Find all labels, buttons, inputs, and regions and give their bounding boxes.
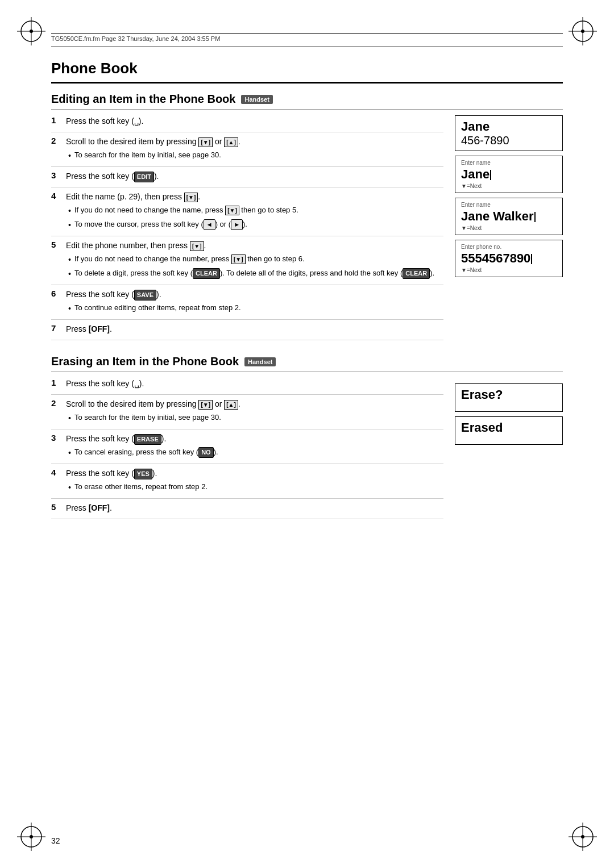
edit-step-7: 7 Press [OFF]. [51,323,443,335]
clear-key-2: CLEAR [403,268,430,279]
edit-step-4-bullet2: • To move the cursor, press the soft key… [68,219,298,231]
edit-step-4: 4 Edit the name (p. 29), then press [▼].… [51,191,443,231]
save-key: SAVE [134,290,156,301]
edit-step-3-content: Press the soft key (EDIT). [66,170,159,182]
section1-badge: Handset [241,95,272,104]
arrow-down-2: [▼] [184,193,198,202]
corner-mark-tl [17,17,45,45]
edit-step-4-bullet1: • If you do not need to change the name,… [68,205,298,217]
title-rule [51,82,563,84]
display-erased: Erased [455,416,563,445]
corner-mark-bl [17,823,45,851]
svg-point-7 [581,30,584,33]
yes-key: YES [134,469,152,479]
erase-step-1-num: 1 [51,378,61,387]
erase-step-1: 1 Press the soft key (␣). [51,378,443,390]
svg-point-11 [30,835,33,838]
erase-step-3-bullet1: • To cancel erasing, press the soft key … [68,446,218,459]
svg-point-15 [581,835,584,838]
display-erase-prompt: Erase? [455,383,563,412]
left-arrow-key: ◄ [204,219,215,230]
edit-step-5-bullet1: • If you do not need to change the numbe… [68,253,434,266]
corner-mark-br [569,823,597,851]
erase-step-5: 5 Press [OFF]. [51,502,443,514]
erase-step-4-num: 4 [51,468,61,477]
display-phone-label: Enter phone no. [461,244,557,250]
section2-rule [51,372,563,372]
section2-badge: Handset [244,357,276,366]
cursor-3 [531,254,532,264]
no-key: NO [198,447,214,458]
edit-step-6: 6 Press the soft key (SAVE). • To contin… [51,289,443,315]
cursor-1 [490,170,491,180]
section2-title: Erasing an Item in the Phone Book [51,355,239,368]
erase-step-4-content: Press the soft key (YES). • To erase oth… [66,468,208,494]
cursor-2 [534,212,536,222]
arrow-down-3: [▼] [225,206,239,215]
erase-step-4-bullet1: • To erase other items, repeat from step… [68,481,208,494]
section1-title: Editing an Item in the Phone Book [51,93,235,106]
edit-step-6-content: Press the soft key (SAVE). • To continue… [66,289,241,315]
edit-step-5-num: 5 [51,240,61,249]
display-enter-name-1-label: Enter name [461,160,557,166]
arrow-down-1: [▼] [198,137,213,147]
editing-displays: Jane 456-7890 Enter name Jane ▼=Next Ent… [455,115,563,344]
corner-mark-tr [569,17,597,45]
edit-step-2-num: 2 [51,136,61,145]
edit-step-2: 2 Scroll to the desired item by pressing… [51,136,443,162]
svg-point-3 [30,30,33,33]
display-phone-nav: ▼=Next [461,267,557,273]
display-phone-value: 5554567890 [461,251,557,266]
display-jane-name-main: Jane [461,119,557,134]
edit-step-1-num: 1 [51,115,61,125]
edit-step-5-content: Edit the phone number, then press [▼]. •… [66,240,434,280]
edit-step-6-bullet1: • To continue editing other items, repea… [68,302,241,315]
edit-step-4-content: Edit the name (p. 29), then press [▼]. •… [66,191,298,231]
file-info: TG5050CE.fm.fm Page 32 Thursday, June 24… [51,35,563,42]
display-enter-name-2-value: Jane Walker [461,209,557,224]
edit-step-2-content: Scroll to the desired item by pressing [… [66,136,240,162]
display-enter-name-2-label: Enter name [461,202,557,208]
erase-step-5-content: Press [OFF]. [66,502,112,514]
main-content: Phone Book Editing an Item in the Phone … [51,54,563,823]
display-enter-name-2: Enter name Jane Walker ▼=Next [455,198,563,235]
display-enter-name-1: Enter name Jane ▼=Next [455,156,563,193]
display-jane-name: Jane 456-7890 [455,115,563,151]
edit-step-7-num: 7 [51,323,61,333]
section1-header: Editing an Item in the Phone Book Handse… [51,93,563,106]
display-jane-number: 456-7890 [461,134,557,147]
header-rule-top [51,33,563,34]
erase-step-2-bullet1: • To search for the item by initial, see… [68,412,240,424]
editing-steps-left: 1 Press the soft key (␣). 2 Scroll to th… [51,115,443,344]
display-enter-name-2-nav: ▼=Next [461,225,557,231]
erase-step-2: 2 Scroll to the desired item by pressing… [51,398,443,424]
right-arrow-key: ► [231,219,243,230]
erase-step-2-num: 2 [51,398,61,408]
erase-step-1-content: Press the soft key (␣). [66,378,144,390]
editing-steps-area: 1 Press the soft key (␣). 2 Scroll to th… [51,115,563,344]
edit-step-3-num: 3 [51,170,61,180]
edit-step-1: 1 Press the soft key (␣). [51,115,443,127]
display-phone-number: Enter phone no. 5554567890 ▼=Next [455,240,563,277]
display-erase-prompt-text: Erase? [461,387,557,402]
erase-step-5-num: 5 [51,502,61,512]
edit-step-5-bullet2: • To delete a digit, press the soft key … [68,268,434,280]
edit-step-6-num: 6 [51,289,61,298]
edit-step-1-content: Press the soft key (␣). [66,115,143,127]
display-enter-name-1-nav: ▼=Next [461,183,557,189]
header-rule-bottom [51,47,563,47]
edit-step-4-num: 4 [51,191,61,201]
section2-header: Erasing an Item in the Phone Book Handse… [51,355,563,368]
display-erased-text: Erased [461,420,557,435]
edit-step-5: 5 Edit the phone number, then press [▼].… [51,240,443,280]
edit-step-7-content: Press [OFF]. [66,323,112,335]
arrow-up-e1: [▲] [224,400,238,410]
display-enter-name-1-value: Jane [461,167,557,182]
page-title: Phone Book [51,60,563,77]
erase-steps-left: 1 Press the soft key (␣). 2 Scroll to th… [51,378,443,523]
erase-step-2-content: Scroll to the desired item by pressing [… [66,398,240,424]
erase-step-3: 3 Press the soft key (ERASE). • To cance… [51,433,443,459]
erase-displays: Erase? Erased [455,383,563,523]
section-editing: Editing an Item in the Phone Book Handse… [51,93,563,344]
erase-steps-area: 1 Press the soft key (␣). 2 Scroll to th… [51,378,563,523]
